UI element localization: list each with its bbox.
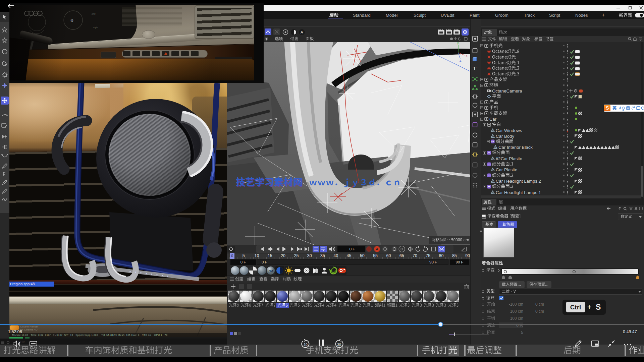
svg-text:X: X xyxy=(466,54,468,58)
svg-text:Y: Y xyxy=(457,42,459,46)
svg-text:30: 30 xyxy=(337,343,341,347)
svg-text:10: 10 xyxy=(304,343,308,347)
svg-text:HD: HD xyxy=(269,269,273,273)
svg-text:0 F: 0 F xyxy=(350,247,355,251)
svg-text:A: A xyxy=(376,247,378,251)
svg-text:A: A xyxy=(301,30,303,34)
svg-text:Z: Z xyxy=(460,59,462,62)
